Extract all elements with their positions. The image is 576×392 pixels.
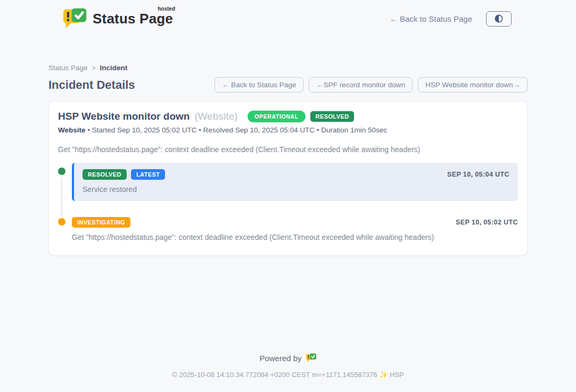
timeline-entry-resolved: RESOLVED LATEST SEP 10, 05:04 UTC Servic… (58, 163, 518, 201)
timeline-dot-green (58, 168, 65, 175)
back-to-status-page-button[interactable]: ← Back to Status Page (215, 77, 304, 93)
breadcrumb-status-page[interactable]: Status Page (48, 64, 88, 72)
operational-status-badge: OPERATIONAL (248, 111, 305, 122)
incident-description: Get "https://hostedstatus.page": context… (58, 145, 518, 154)
timeline-resolved-badge: RESOLVED (83, 169, 127, 180)
breadcrumb-separator: > (92, 64, 96, 72)
breadcrumb: Status Page > Incident (48, 64, 528, 72)
incident-meta-component: Website (58, 126, 86, 134)
brand-logo[interactable]: Status Page hosted (63, 7, 173, 30)
breadcrumb-incident: Incident (100, 64, 128, 72)
timeline-entry-plain: INVESTIGATING SEP 10, 05:02 UTC Get "htt… (72, 217, 518, 241)
brand-name: Status Page (93, 11, 173, 27)
incident-meta-details: • Started Sep 10, 2025 05:02 UTC • Resol… (87, 126, 387, 134)
half-circle-icon (493, 13, 505, 24)
incident-component: (Website) (194, 111, 237, 122)
timeline-latest-badge: LATEST (131, 169, 165, 180)
footer: Powered by © 2025-10-08 14:10:34.772084 … (0, 353, 576, 379)
header: Status Page hosted ← Back to Status Page (0, 0, 576, 30)
back-to-status-page-link[interactable]: ← Back to Status Page (390, 14, 472, 23)
theme-toggle-button[interactable] (486, 11, 512, 27)
incident-card: HSP Website monitor down (Website) OPERA… (48, 101, 528, 256)
timeline-entry-card: RESOLVED LATEST SEP 10, 05:04 UTC Servic… (72, 163, 518, 201)
incident-title: HSP Website monitor down (58, 111, 190, 122)
incident-meta: Website • Started Sep 10, 2025 05:02 UTC… (58, 126, 518, 134)
brand-superscript: hosted (158, 6, 175, 12)
timeline-dot-orange (58, 218, 65, 226)
incident-nav-buttons: ← Back to Status Page ←SPF record monito… (215, 77, 528, 93)
page-title: Incident Details (48, 78, 135, 92)
resolved-state-badge: RESOLVED (310, 111, 355, 122)
powered-by-link[interactable]: Powered by (259, 353, 316, 363)
next-incident-button[interactable]: HSP Website monitor down→ (418, 77, 528, 93)
brand-logo-icon (63, 7, 87, 30)
timeline-timestamp: SEP 10, 05:04 UTC (447, 171, 509, 178)
powered-by-logo-icon (306, 353, 317, 363)
timeline-entry-investigating: INVESTIGATING SEP 10, 05:02 UTC Get "htt… (58, 217, 518, 241)
timeline-message: Service restored (83, 185, 509, 194)
timeline-timestamp: SEP 10, 05:02 UTC (456, 219, 518, 226)
powered-by-label: Powered by (259, 354, 301, 363)
copyright-text: © 2025-10-08 14:10:34.772084 +0200 CEST … (0, 371, 576, 379)
main-content: Status Page > Incident Incident Details … (48, 64, 528, 256)
incident-timeline: RESOLVED LATEST SEP 10, 05:04 UTC Servic… (58, 163, 518, 241)
prev-incident-button[interactable]: ←SPF record monitor down (309, 77, 413, 93)
timeline-investigating-badge: INVESTIGATING (72, 217, 130, 228)
timeline-message: Get "https://hostedstatus.page": context… (72, 233, 518, 241)
